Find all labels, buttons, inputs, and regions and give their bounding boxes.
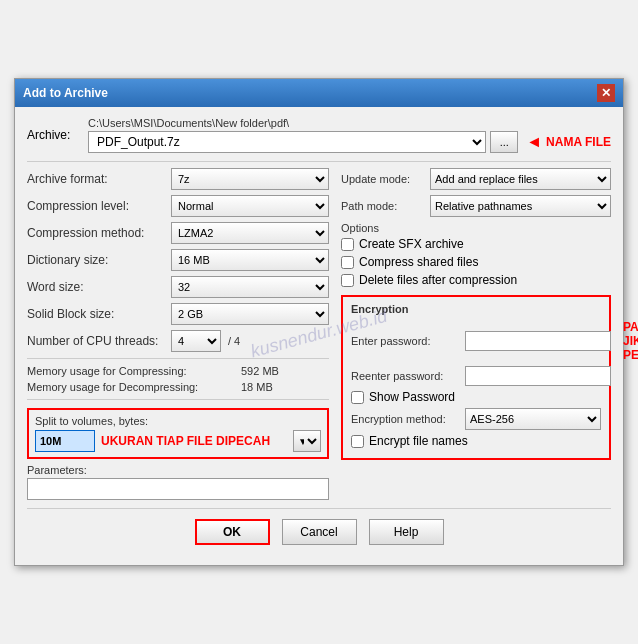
memory-compress-row: Memory usage for Compressing: 592 MB — [27, 365, 329, 377]
enc-method-label: Encryption method: — [351, 413, 461, 425]
params-label: Parameters: — [27, 464, 329, 476]
memory-decompress-row: Memory usage for Decompressing: 18 MB — [27, 381, 329, 393]
archive-row: Archive: C:\Users\MSI\Documents\New fold… — [27, 117, 611, 153]
encrypt-names-label: Encrypt file names — [369, 434, 468, 448]
params-section: Parameters: — [27, 464, 329, 500]
create-sfx-row: Create SFX archive — [341, 237, 611, 251]
close-button[interactable]: ✕ — [597, 84, 615, 102]
solid-block-select[interactable]: 2 GB — [171, 303, 329, 325]
dictionary-size-label: Dictionary size: — [27, 253, 167, 267]
update-mode-label: Update mode: — [341, 173, 426, 185]
memory-compress-label: Memory usage for Compressing: — [27, 365, 237, 377]
name-file-label: NAMA FILE — [546, 135, 611, 149]
archive-format-row: Archive format: 7z — [27, 168, 329, 190]
dialog-body: Archive: C:\Users\MSI\Documents\New fold… — [15, 107, 623, 565]
password-hint-container: PASSWORD JIKA PERLU — [619, 320, 638, 362]
password-hint-1: PASSWORD JIKA — [623, 320, 638, 348]
cpu-threads-select[interactable]: 4 — [171, 330, 221, 352]
archive-name-dropdown[interactable]: PDF_Output.7z — [88, 131, 486, 153]
memory-decompress-label: Memory usage for Decompressing: — [27, 381, 237, 393]
word-size-label: Word size: — [27, 280, 167, 294]
browse-button[interactable]: ... — [490, 131, 518, 153]
show-password-row: Show Password — [351, 390, 601, 404]
add-to-archive-dialog: Add to Archive ✕ Archive: C:\Users\MSI\D… — [14, 78, 624, 566]
compression-method-select[interactable]: LZMA2 — [171, 222, 329, 244]
split-input-row: UKURAN TIAP FILE DIPECAH ▼ — [35, 430, 321, 452]
arrow-icon: ◄ — [526, 133, 542, 151]
delete-after-checkbox[interactable] — [341, 274, 354, 287]
split-input[interactable] — [35, 430, 95, 452]
title-bar: Add to Archive ✕ — [15, 79, 623, 107]
delete-after-label: Delete files after compression — [359, 273, 517, 287]
enc-method-row: Encryption method: AES-256 — [351, 408, 601, 430]
update-mode-row: Update mode: Add and replace files — [341, 168, 611, 190]
archive-name-row: PDF_Output.7z ... ◄ NAMA FILE — [88, 131, 611, 153]
cpu-threads-max: / 4 — [228, 335, 240, 347]
solid-block-label: Solid Block size: — [27, 307, 167, 321]
create-sfx-label: Create SFX archive — [359, 237, 464, 251]
split-dropdown[interactable]: ▼ — [293, 430, 321, 452]
arrow-label: ◄ NAMA FILE — [526, 133, 611, 151]
split-label: Split to volumes, bytes: — [35, 415, 321, 427]
solid-block-row: Solid Block size: 2 GB — [27, 303, 329, 325]
cpu-threads-row: Number of CPU threads: 4 / 4 — [27, 330, 329, 352]
left-column: Archive format: 7z Compression level: No… — [27, 168, 329, 500]
compression-level-row: Compression level: Normal — [27, 195, 329, 217]
update-mode-select[interactable]: Add and replace files — [430, 168, 611, 190]
dictionary-size-select[interactable]: 16 MB — [171, 249, 329, 271]
memory-decompress-value: 18 MB — [241, 381, 273, 393]
right-column: Update mode: Add and replace files Path … — [341, 168, 611, 500]
help-button[interactable]: Help — [369, 519, 444, 545]
word-size-select[interactable]: 32 — [171, 276, 329, 298]
create-sfx-checkbox[interactable] — [341, 238, 354, 251]
dialog-title: Add to Archive — [23, 86, 108, 100]
archive-label: Archive: — [27, 128, 82, 142]
archive-format-select[interactable]: 7z — [171, 168, 329, 190]
reenter-password-row: Reenter password: — [351, 366, 601, 386]
main-content: kusnendur.web.id Archive format: 7z Comp… — [27, 168, 611, 500]
cpu-threads-label: Number of CPU threads: — [27, 334, 167, 348]
archive-format-label: Archive format: — [27, 172, 167, 186]
path-mode-select[interactable]: Relative pathnames — [430, 195, 611, 217]
password-hint-2: PERLU — [623, 348, 638, 362]
compress-shared-row: Compress shared files — [341, 255, 611, 269]
enter-password-label: Enter password: — [351, 335, 461, 347]
path-mode-row: Path mode: Relative pathnames — [341, 195, 611, 217]
enter-password-input[interactable] — [465, 331, 611, 351]
memory-compress-value: 592 MB — [241, 365, 279, 377]
compress-shared-checkbox[interactable] — [341, 256, 354, 269]
show-password-label: Show Password — [369, 390, 455, 404]
encrypt-names-row: Encrypt file names — [351, 434, 601, 448]
enter-password-row: Enter password: PASSWORD JIKA PERLU — [351, 320, 601, 362]
footer: OK Cancel Help — [27, 508, 611, 555]
compress-shared-label: Compress shared files — [359, 255, 478, 269]
encryption-title: Encryption — [351, 303, 601, 315]
path-mode-label: Path mode: — [341, 200, 426, 212]
compression-level-label: Compression level: — [27, 199, 167, 213]
encrypt-names-checkbox[interactable] — [351, 435, 364, 448]
split-section: Split to volumes, bytes: UKURAN TIAP FIL… — [27, 408, 329, 459]
enc-method-select[interactable]: AES-256 — [465, 408, 601, 430]
ok-button[interactable]: OK — [195, 519, 270, 545]
reenter-password-input[interactable] — [465, 366, 611, 386]
options-label: Options — [341, 222, 611, 234]
delete-after-row: Delete files after compression — [341, 273, 611, 287]
compression-level-select[interactable]: Normal — [171, 195, 329, 217]
word-size-row: Word size: 32 — [27, 276, 329, 298]
archive-path-container: C:\Users\MSI\Documents\New folder\pdf\ P… — [88, 117, 611, 153]
dictionary-size-row: Dictionary size: 16 MB — [27, 249, 329, 271]
reenter-password-label: Reenter password: — [351, 370, 461, 382]
compression-method-label: Compression method: — [27, 226, 167, 240]
encryption-box: Encryption Enter password: PASSWORD JIKA… — [341, 295, 611, 460]
show-password-checkbox[interactable] — [351, 391, 364, 404]
archive-path: C:\Users\MSI\Documents\New folder\pdf\ — [88, 117, 611, 129]
cancel-button[interactable]: Cancel — [282, 519, 357, 545]
split-hint: UKURAN TIAP FILE DIPECAH — [101, 434, 270, 448]
compression-method-row: Compression method: LZMA2 — [27, 222, 329, 244]
params-input[interactable] — [27, 478, 329, 500]
